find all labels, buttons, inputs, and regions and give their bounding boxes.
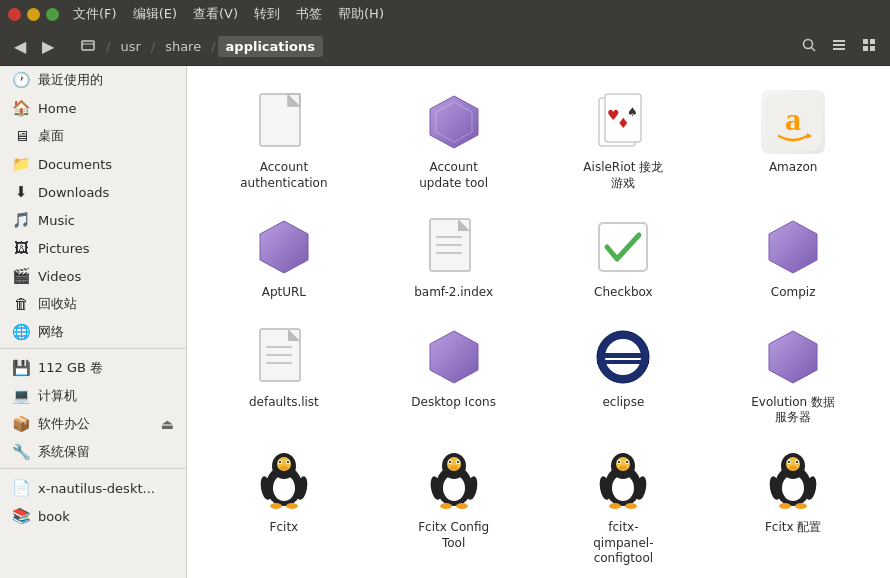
close-button[interactable]: [8, 8, 21, 21]
maximize-button[interactable]: [46, 8, 59, 21]
svg-point-49: [270, 503, 282, 509]
svg-marker-28: [769, 221, 817, 273]
sidebar-label-system: 系统保留: [38, 443, 174, 461]
sidebar-item-system[interactable]: 🔧 系统保留: [0, 438, 186, 466]
office-icon: 📦: [12, 415, 30, 433]
breadcrumb-share[interactable]: share: [157, 36, 209, 57]
file-item-desktop-icons[interactable]: Desktop Icons: [373, 317, 535, 434]
aisleriot-icon: ♥ ♦ ♠: [591, 90, 655, 154]
system-icon: 🔧: [12, 443, 30, 461]
eclipse-icon: [591, 325, 655, 389]
sidebar-item-xnautilus[interactable]: 📄 x-nautilus-deskt...: [0, 474, 186, 502]
file-item-eclipse[interactable]: eclipse: [543, 317, 705, 434]
search-button[interactable]: [796, 33, 822, 60]
sidebar-label-videos: Videos: [38, 269, 174, 284]
evolution-label: Evolution 数据服务器: [748, 395, 838, 426]
breadcrumb-applications[interactable]: applications: [218, 36, 323, 57]
file-item-account-update[interactable]: Account update tool: [373, 82, 535, 199]
menu-view[interactable]: 查看(V): [193, 5, 238, 23]
xnautilus-icon: 📄: [12, 479, 30, 497]
svg-line-2: [812, 48, 816, 52]
account-update-icon: [422, 90, 486, 154]
sidebar-item-desktop[interactable]: 🖥 桌面: [0, 122, 186, 150]
svg-point-85: [788, 461, 790, 463]
svg-point-60: [457, 461, 459, 463]
sidebar-item-pictures[interactable]: 🖼 Pictures: [0, 234, 186, 262]
svg-point-47: [287, 461, 289, 463]
amazon-icon: a: [761, 90, 825, 154]
file-item-amazon[interactable]: a Amazon: [712, 82, 874, 199]
book-icon: 📚: [12, 507, 30, 525]
file-item-bamf[interactable]: bamf-2.index: [373, 207, 535, 309]
minimize-button[interactable]: [27, 8, 40, 21]
recent-icon: 🕐: [12, 71, 30, 89]
file-item-fcitx[interactable]: Fcitx: [203, 442, 365, 575]
checkbox-label: Checkbox: [594, 285, 653, 301]
sidebar-item-downloads[interactable]: ⬇ Downloads: [0, 178, 186, 206]
toolbar: ◀ ▶ / usr / share / applications: [0, 28, 890, 66]
bamf-label: bamf-2.index: [414, 285, 493, 301]
sidebar-label-network: 网络: [38, 323, 174, 341]
sidebar-item-documents[interactable]: 📁 Documents: [0, 150, 186, 178]
back-button[interactable]: ◀: [8, 33, 32, 60]
eclipse-label: eclipse: [602, 395, 644, 411]
svg-point-46: [279, 461, 281, 463]
fcitx-label: Fcitx: [270, 520, 299, 536]
eject-office-button[interactable]: ⏏: [161, 416, 174, 432]
list-view-button[interactable]: [826, 33, 852, 60]
breadcrumb-root[interactable]: [72, 34, 104, 59]
menu-edit[interactable]: 编辑(E): [133, 5, 177, 23]
file-item-checkbox[interactable]: Checkbox: [543, 207, 705, 309]
svg-rect-37: [597, 360, 649, 364]
svg-rect-5: [833, 48, 845, 50]
amazon-logo: a: [761, 90, 825, 154]
main-area: 🕐 最近使用的 🏠 Home 🖥 桌面 📁 Documents ⬇ Downlo…: [0, 66, 890, 578]
svg-point-76: [625, 503, 637, 509]
sidebar-item-computer[interactable]: 💻 计算机: [0, 382, 186, 410]
grid-view-button[interactable]: [856, 33, 882, 60]
forward-button[interactable]: ▶: [36, 33, 60, 60]
sidebar-item-network[interactable]: 🌐 网络: [0, 318, 186, 346]
file-item-fcitx-pei[interactable]: Fcitx 配置: [712, 442, 874, 575]
sidebar-label-trash: 回收站: [38, 295, 174, 313]
file-item-aisleriot[interactable]: ♥ ♦ ♠ AisleRiot 接龙游戏: [543, 82, 705, 199]
menu-bookmarks[interactable]: 书签: [296, 5, 322, 23]
sidebar-item-videos[interactable]: 🎬 Videos: [0, 262, 186, 290]
compiz-icon: [761, 215, 825, 279]
sidebar-item-office[interactable]: 📦 软件办公 ⏏: [0, 410, 186, 438]
apturl-label: AptURL: [262, 285, 306, 301]
account-auth-icon: [252, 90, 316, 154]
menu-goto[interactable]: 转到: [254, 5, 280, 23]
sidebar-item-book[interactable]: 📚 book: [0, 502, 186, 530]
music-icon: 🎵: [12, 211, 30, 229]
file-item-apturl[interactable]: AptURL: [203, 207, 365, 309]
sidebar-label-downloads: Downloads: [38, 185, 174, 200]
desktop-icons-icon: [422, 325, 486, 389]
documents-icon: 📁: [12, 155, 30, 173]
desktop-icons-label: Desktop Icons: [411, 395, 496, 411]
file-item-compiz[interactable]: Compiz: [712, 207, 874, 309]
file-item-fcitx-qimpanel[interactable]: fcitx-qimpanel-configtool: [543, 442, 705, 575]
sidebar-item-recent[interactable]: 🕐 最近使用的: [0, 66, 186, 94]
sidebar-item-trash[interactable]: 🗑 回收站: [0, 290, 186, 318]
sidebar-label-computer: 计算机: [38, 387, 174, 405]
sidebar-item-volume[interactable]: 💾 112 GB 卷: [0, 354, 186, 382]
file-item-account-auth[interactable]: Account authentication: [203, 82, 365, 199]
bamf-icon: [422, 215, 486, 279]
sidebar-label-pictures: Pictures: [38, 241, 174, 256]
sidebar-item-music[interactable]: 🎵 Music: [0, 206, 186, 234]
svg-marker-39: [769, 331, 817, 383]
sidebar-item-home[interactable]: 🏠 Home: [0, 94, 186, 122]
svg-rect-0: [82, 41, 94, 50]
file-item-evolution[interactable]: Evolution 数据服务器: [712, 317, 874, 434]
svg-marker-33: [430, 331, 478, 383]
compiz-label: Compiz: [771, 285, 816, 301]
sidebar-label-music: Music: [38, 213, 174, 228]
menu-help[interactable]: 帮助(H): [338, 5, 384, 23]
breadcrumb-usr[interactable]: usr: [112, 36, 148, 57]
menu-file[interactable]: 文件(F): [73, 5, 117, 23]
sidebar-label-book: book: [38, 509, 174, 524]
file-item-fcitx-config[interactable]: Fcitx Config Tool: [373, 442, 535, 575]
svg-point-61: [450, 465, 458, 470]
file-item-defaults[interactable]: defaults.list: [203, 317, 365, 434]
